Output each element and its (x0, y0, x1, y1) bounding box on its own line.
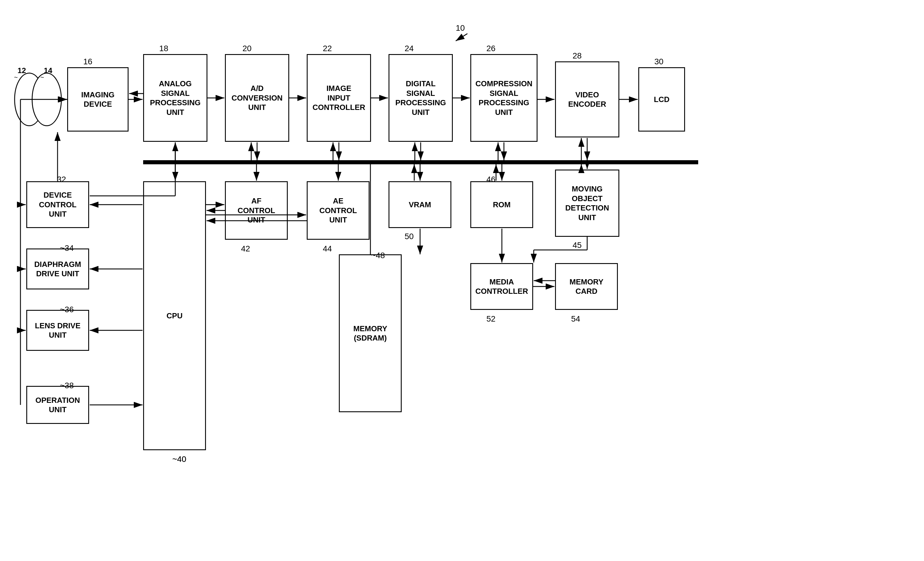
ref-52: 52 (486, 314, 495, 323)
ref-34: ~34 (60, 244, 74, 253)
image-input-label: IMAGEINPUTCONTROLLER (313, 84, 366, 112)
svg-line-8 (456, 34, 467, 41)
cpu-label: CPU (166, 311, 183, 321)
imaging-device-box: IMAGINGDEVICE (67, 67, 129, 132)
ref-24: 24 (405, 44, 414, 53)
ref-45: 45 (573, 241, 582, 250)
af-control-label: AFCONTROLUNIT (237, 196, 275, 225)
operation-unit-label: OPERATIONUNIT (35, 396, 80, 415)
digital-signal-label: DIGITALSIGNALPROCESSINGUNIT (395, 79, 446, 117)
compression-box: COMPRESSIONSIGNALPROCESSINGUNIT (470, 54, 537, 142)
vram-box: VRAM (388, 181, 452, 228)
operation-unit-box: OPERATIONUNIT (26, 386, 89, 424)
diaphragm-drive-box: DIAPHRAGMDRIVE UNIT (26, 248, 89, 289)
device-control-box: DEVICECONTROLUNIT (26, 181, 89, 228)
diagram: 10 IMAGINGDEVICE 16 ANALOGSIGNALPROCESSI… (0, 0, 924, 561)
ref-28: 28 (573, 51, 582, 60)
ref-42: 42 (241, 244, 250, 253)
ref-38: ~38 (60, 381, 74, 390)
analog-signal-box: ANALOGSIGNALPROCESSINGUNIT (143, 54, 207, 142)
ref-20: 20 (243, 44, 252, 53)
ref-22: 22 (323, 44, 332, 53)
lcd-box: LCD (638, 67, 685, 132)
ref-50: 50 (405, 232, 414, 241)
analog-signal-label: ANALOGSIGNALPROCESSINGUNIT (150, 79, 200, 117)
ref-32: 32 (57, 175, 66, 184)
svg-text:14: 14 (44, 66, 52, 75)
lcd-label: LCD (654, 95, 669, 104)
ref-18: 18 (159, 44, 168, 53)
memory-sdram-label: MEMORY(SDRAM) (353, 324, 387, 343)
ad-conversion-box: A/DCONVERSIONUNIT (225, 54, 289, 142)
ref-54: 54 (571, 314, 580, 323)
ref-30: 30 (654, 57, 663, 66)
ref-46: 46 (486, 175, 495, 184)
ref-44: 44 (323, 244, 332, 253)
video-encoder-box: VIDEOENCODER (555, 62, 619, 137)
lens-optics: 12 14 ~ ~ (9, 64, 67, 134)
moving-object-label: MOVINGOBJECTDETECTIONUNIT (565, 184, 609, 222)
digital-signal-box: DIGITALSIGNALPROCESSINGUNIT (388, 54, 453, 142)
cpu-box: CPU (143, 181, 206, 450)
ae-control-label: AECONTROLUNIT (319, 196, 357, 225)
ref-48: ~48 (371, 251, 385, 260)
diaphragm-drive-label: DIAPHRAGMDRIVE UNIT (34, 260, 81, 278)
compression-label: COMPRESSIONSIGNALPROCESSINGUNIT (475, 79, 532, 117)
rom-box: ROM (470, 181, 533, 228)
memory-card-box: MEMORYCARD (555, 263, 618, 310)
ae-control-box: AECONTROLUNIT (307, 181, 369, 240)
ad-conversion-label: A/DCONVERSIONUNIT (232, 84, 283, 112)
svg-text:~: ~ (40, 74, 44, 81)
ref-10: 10 (456, 23, 465, 33)
image-input-box: IMAGEINPUTCONTROLLER (307, 54, 371, 142)
ref-16: 16 (83, 57, 92, 66)
af-control-box: AFCONTROLUNIT (225, 181, 288, 240)
media-controller-box: MEDIACONTROLLER (470, 263, 533, 310)
ref-36: ~36 (60, 305, 74, 314)
moving-object-box: MOVINGOBJECTDETECTIONUNIT (555, 170, 619, 237)
svg-text:~: ~ (14, 74, 18, 81)
connection-arrows (0, 0, 924, 561)
device-control-label: DEVICECONTROLUNIT (39, 190, 76, 219)
memory-sdram-box: MEMORY(SDRAM) (339, 254, 402, 412)
media-controller-label: MEDIACONTROLLER (475, 277, 528, 296)
lens-drive-box: LENS DRIVEUNIT (26, 310, 89, 351)
vram-label: VRAM (409, 200, 431, 210)
cpu-ref-label: ~40 (172, 454, 186, 464)
data-bus (143, 160, 698, 164)
rom-label: ROM (493, 200, 511, 210)
memory-card-label: MEMORYCARD (569, 277, 603, 296)
ref-26: 26 (486, 44, 495, 53)
video-encoder-label: VIDEOENCODER (568, 90, 606, 109)
svg-text:12: 12 (18, 66, 26, 75)
imaging-device-label: IMAGINGDEVICE (81, 90, 114, 109)
svg-point-1 (32, 73, 62, 126)
lens-drive-label: LENS DRIVEUNIT (35, 321, 80, 340)
